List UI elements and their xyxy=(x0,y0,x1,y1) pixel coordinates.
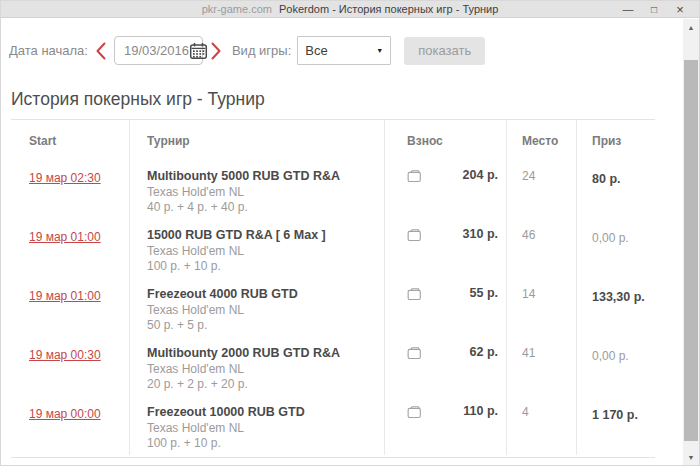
prev-date-button[interactable] xyxy=(95,42,107,60)
tournament-start-link[interactable]: 19 мар 00:00 xyxy=(29,407,101,421)
window-site-label: pkr-game.com xyxy=(202,3,272,15)
prize-value: 0,00 р. xyxy=(592,349,629,363)
place-cell: 4 xyxy=(506,396,576,455)
scroll-up-button[interactable]: ▲ xyxy=(683,19,699,35)
start-cell: 19 мар 01:00 xyxy=(29,278,129,337)
wallet-icon xyxy=(407,287,422,301)
tournament-game: Texas Hold'em NL xyxy=(147,362,374,377)
start-cell: 19 мар 01:00 xyxy=(29,219,129,278)
tournament-cell: Multibounty 5000 RUB GTD R&A Texas Hold'… xyxy=(129,160,384,219)
tournament-start-link[interactable]: 19 мар 02:30 xyxy=(29,171,101,185)
tournament-structure: 20 р. + 2 р. + 20 р. xyxy=(147,377,374,392)
select-dropdown-icon: ▼ xyxy=(376,47,383,54)
tournament-structure: 40 р. + 4 р. + 40 р. xyxy=(147,200,374,215)
place-cell: 14 xyxy=(506,278,576,337)
buyin-value: 62 р. xyxy=(470,345,499,359)
filter-toolbar: Дата начала: 19/03/2016 xyxy=(9,36,683,65)
prize-cell: 0,00 р. xyxy=(576,337,661,396)
tournament-cell: Freezeout 4000 RUB GTD Texas Hold'em NL … xyxy=(129,278,384,337)
buyin-value: 55 р. xyxy=(470,286,499,300)
tournament-start-link[interactable]: 19 мар 01:00 xyxy=(29,289,101,303)
place-value: 24 xyxy=(522,169,535,183)
column-header-start: Start xyxy=(29,120,129,160)
show-button[interactable]: показать xyxy=(404,37,485,65)
tournament-name: Multibounty 2000 RUB GTD R&A xyxy=(147,345,374,361)
vertical-scrollbar[interactable]: ▲ ▼ xyxy=(683,19,699,465)
start-date-value: 19/03/2016 xyxy=(124,43,189,58)
column-header-prize: Приз xyxy=(576,120,661,160)
tournament-game: Texas Hold'em NL xyxy=(147,244,374,259)
next-date-button[interactable] xyxy=(210,42,222,60)
buyin-cell: 55 р. xyxy=(384,278,506,337)
buyin-cell: 110 р. xyxy=(384,396,506,455)
tournament-game: Texas Hold'em NL xyxy=(147,421,374,436)
prize-cell: 0,00 р. xyxy=(576,219,661,278)
window-controls: — □ × xyxy=(615,1,693,18)
prize-cell: 1 170 р. xyxy=(576,396,661,455)
scrollbar-thumb[interactable] xyxy=(684,60,698,441)
minimize-button[interactable]: — xyxy=(615,2,641,17)
tournament-name: Freezeout 10000 RUB GTD xyxy=(147,404,374,420)
prize-cell: 133,30 р. xyxy=(576,278,661,337)
wallet-icon xyxy=(407,346,422,360)
tournament-structure: 50 р. + 5 р. xyxy=(147,318,374,333)
tournament-cell: Freezeout 10000 RUB GTD Texas Hold'em NL… xyxy=(129,396,384,455)
game-type-select[interactable]: Все ▼ xyxy=(297,36,391,65)
chevron-left-icon xyxy=(95,42,107,60)
buyin-value: 310 р. xyxy=(463,227,498,241)
place-value: 41 xyxy=(522,346,535,360)
place-value: 14 xyxy=(522,287,535,301)
page-title: История покерных игр - Турнир xyxy=(11,89,655,110)
start-cell: 19 мар 00:30 xyxy=(29,337,129,396)
wallet-icon xyxy=(407,228,422,242)
main-content: Дата начала: 19/03/2016 xyxy=(1,19,683,465)
date-label: Дата начала: xyxy=(9,43,88,58)
tournament-cell: Multibounty 2000 RUB GTD R&A Texas Hold'… xyxy=(129,337,384,396)
buyin-cell: 204 р. xyxy=(384,160,506,219)
column-header-place: Место xyxy=(506,120,576,160)
tournament-name: 15000 RUB GTD R&A [ 6 Max ] xyxy=(147,227,374,243)
calendar-icon[interactable] xyxy=(189,42,208,60)
start-cell: 19 мар 00:00 xyxy=(29,396,129,455)
tournament-start-link[interactable]: 19 мар 01:00 xyxy=(29,230,101,244)
buyin-cell: 310 р. xyxy=(384,219,506,278)
scroll-down-button[interactable]: ▼ xyxy=(683,449,699,465)
place-cell: 41 xyxy=(506,337,576,396)
column-header-tournament: Турнир xyxy=(129,120,384,160)
prize-cell: 80 р. xyxy=(576,160,661,219)
place-cell: 24 xyxy=(506,160,576,219)
tournament-name: Freezeout 4000 RUB GTD xyxy=(147,286,374,302)
maximize-button[interactable]: □ xyxy=(641,2,667,17)
prize-value: 0,00 р. xyxy=(592,231,629,245)
tournament-game: Texas Hold'em NL xyxy=(147,303,374,318)
place-value: 4 xyxy=(522,405,529,419)
buyin-value: 110 р. xyxy=(463,404,498,418)
game-type-label: Вид игры: xyxy=(232,43,291,58)
window-title: Pokerdom - История покерных игр - Турнир xyxy=(279,3,498,15)
table-bottom-divider xyxy=(11,457,655,458)
start-date-input[interactable]: 19/03/2016 xyxy=(114,36,203,65)
game-type-value: Все xyxy=(305,43,327,58)
chevron-right-icon xyxy=(210,42,222,60)
tournament-name: Multibounty 5000 RUB GTD R&A xyxy=(147,168,374,184)
wallet-icon xyxy=(407,169,422,183)
prize-value: 1 170 р. xyxy=(592,408,638,422)
column-header-buyin: Взнос xyxy=(384,120,506,160)
prize-value: 133,30 р. xyxy=(592,290,645,304)
tournament-cell: 15000 RUB GTD R&A [ 6 Max ] Texas Hold'e… xyxy=(129,219,384,278)
buyin-cell: 62 р. xyxy=(384,337,506,396)
tournament-game: Texas Hold'em NL xyxy=(147,185,374,200)
start-cell: 19 мар 02:30 xyxy=(29,160,129,219)
history-table: Start Турнир Взнос Место Приз 19 мар 02:… xyxy=(29,120,661,455)
tournament-structure: 100 р. + 10 р. xyxy=(147,436,374,451)
close-button[interactable]: × xyxy=(667,2,693,17)
prize-value: 80 р. xyxy=(592,172,621,186)
place-cell: 46 xyxy=(506,219,576,278)
window-titlebar: pkr-game.com Pokerdom - История покерных… xyxy=(1,1,699,18)
wallet-icon xyxy=(407,405,422,419)
tournament-start-link[interactable]: 19 мар 00:30 xyxy=(29,348,101,362)
tournament-structure: 100 р. + 10 р. xyxy=(147,259,374,274)
place-value: 46 xyxy=(522,228,535,242)
buyin-value: 204 р. xyxy=(463,168,498,182)
